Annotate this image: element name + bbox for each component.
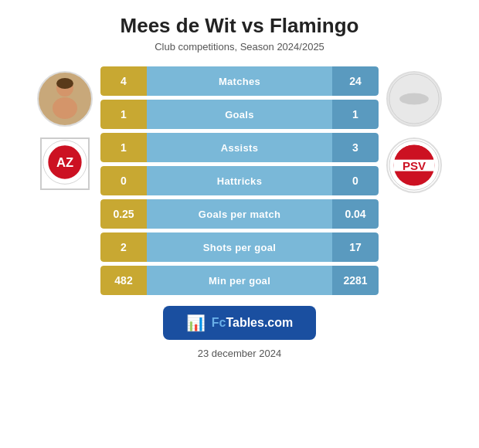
stat-label: Goals (225, 109, 254, 120)
stat-left-value: 0 (100, 166, 147, 195)
chart-icon: 📊 (186, 314, 206, 332)
svg-text:PSV: PSV (403, 159, 426, 172)
player-avatar (37, 71, 93, 127)
page-title: Mees de Wit vs Flamingo (121, 14, 359, 38)
stat-left-value: 4 (100, 66, 147, 96)
svg-point-1 (56, 78, 73, 89)
stat-right-value: 17 (332, 232, 379, 262)
left-avatars: AZ (37, 66, 93, 190)
stat-center: Min per goal (147, 266, 332, 295)
stat-label: Shots per goal (203, 242, 277, 253)
stat-left-value: 0.25 (100, 199, 147, 229)
stat-label: Min per goal (209, 275, 270, 287)
stat-right-value: 3 (332, 133, 379, 162)
stat-row: 482 Min per goal 2281 (100, 266, 379, 295)
stat-right-value: 1 (332, 100, 379, 129)
date-footer: 23 december 2024 (198, 348, 281, 359)
svg-point-2 (53, 97, 77, 119)
stat-label: Goals per match (199, 209, 280, 220)
fctables-text: FcTables.com (212, 316, 294, 330)
stat-left-value: 1 (100, 133, 147, 162)
page-subtitle: Club competitions, Season 2024/2025 (155, 41, 324, 53)
svg-text:AZ: AZ (56, 155, 73, 170)
stat-center: Shots per goal (147, 232, 332, 262)
stat-right-value: 24 (332, 66, 379, 96)
stat-center: Matches (147, 66, 332, 96)
right-avatars: PSV (386, 66, 442, 193)
fctables-prefix: Fc (212, 316, 226, 329)
stat-right-value: 0.04 (332, 199, 379, 229)
az-logo: AZ (40, 137, 90, 190)
stat-row: 1 Assists 3 (100, 133, 379, 162)
stat-left-value: 482 (100, 266, 147, 295)
stat-right-value: 2281 (332, 266, 379, 295)
flamingo-avatar (386, 71, 442, 127)
stat-left-value: 1 (100, 100, 147, 129)
stat-row: 1 Goals 1 (100, 100, 379, 129)
stat-row: 4 Matches 24 (100, 66, 379, 96)
stat-row: 2 Shots per goal 17 (100, 232, 379, 262)
stat-row: 0.25 Goals per match 0.04 (100, 199, 379, 229)
stat-center: Goals (147, 100, 332, 129)
page-container: Mees de Wit vs Flamingo Club competition… (0, 0, 479, 448)
stats-table: 4 Matches 24 1 Goals 1 1 Assists 3 0 Hat… (100, 66, 379, 295)
psv-logo: PSV (386, 137, 442, 193)
fctables-banner: 📊 FcTables.com (163, 306, 317, 340)
stat-center: Goals per match (147, 199, 332, 229)
stat-label: Matches (219, 76, 260, 87)
svg-point-8 (399, 93, 429, 104)
stat-center: Assists (147, 133, 332, 162)
stat-label: Hattricks (217, 175, 262, 187)
stat-center: Hattricks (147, 166, 332, 195)
stat-right-value: 0 (332, 166, 379, 195)
comparison-area: AZ 4 Matches 24 1 Goals 1 1 Assists 3 0 (15, 66, 464, 295)
stat-label: Assists (221, 142, 258, 154)
stat-row: 0 Hattricks 0 (100, 166, 379, 195)
stat-left-value: 2 (100, 232, 147, 262)
